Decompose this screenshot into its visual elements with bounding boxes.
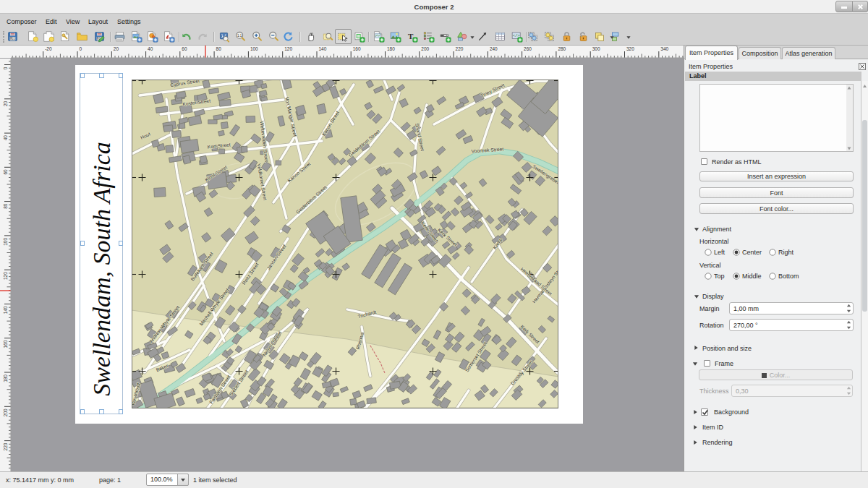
svg-text:120: 120 [284,46,292,51]
svg-text:240: 240 [490,46,498,51]
svg-text:80: 80 [216,46,222,51]
svg-text:120: 120 [3,272,8,280]
svg-text:20: 20 [3,100,8,106]
svg-text:0: 0 [3,67,8,69]
svg-text:180: 180 [3,374,8,382]
svg-text:60: 60 [182,46,187,51]
svg-text:20: 20 [114,46,119,51]
svg-text:160: 160 [353,46,361,51]
svg-text:160: 160 [3,340,8,348]
svg-text:100: 100 [3,238,8,246]
svg-text:200: 200 [421,46,429,51]
svg-text:180: 180 [387,46,395,51]
svg-text:-20: -20 [45,46,52,51]
svg-text:0: 0 [80,46,82,51]
svg-text:40: 40 [3,135,8,141]
svg-text:140: 140 [319,46,327,51]
svg-text:320: 320 [626,46,634,51]
svg-text:280: 280 [558,46,566,51]
svg-text:340: 340 [660,46,668,51]
svg-text:80: 80 [3,203,8,209]
svg-text:100: 100 [250,46,258,51]
svg-text:260: 260 [524,46,532,51]
svg-text:140: 140 [3,306,8,314]
svg-text:220: 220 [3,442,8,450]
svg-text:40: 40 [148,46,153,51]
svg-text:220: 220 [456,46,464,51]
svg-text:60: 60 [3,169,8,175]
svg-text:300: 300 [592,46,600,51]
svg-text:200: 200 [3,408,8,416]
